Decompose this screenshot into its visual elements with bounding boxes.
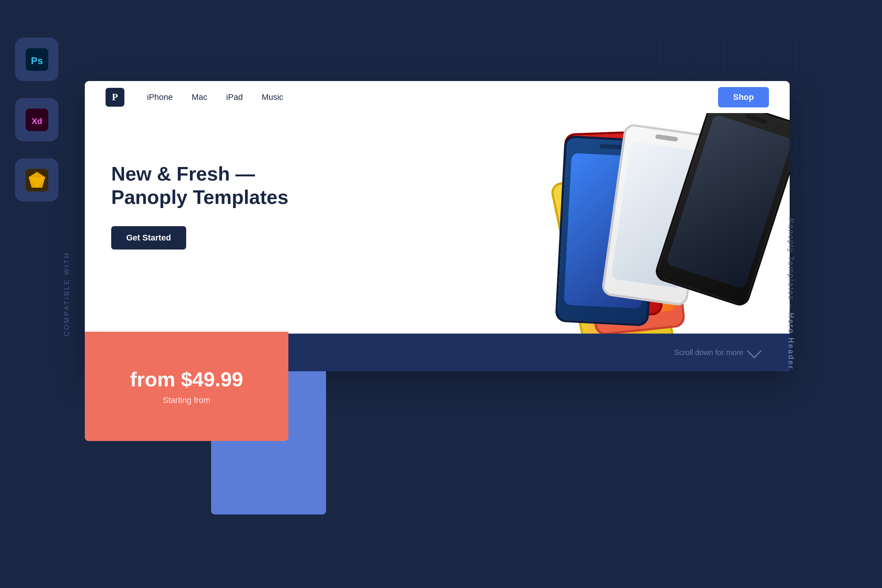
shop-button[interactable]: Shop (718, 87, 769, 107)
photoshop-icon[interactable]: Ps (15, 38, 58, 81)
compatible-label: COMPATIBLE WITH (63, 252, 71, 336)
logo-letter: P (112, 92, 118, 103)
phone-group (492, 90, 790, 371)
hero-text-block: New & Fresh — Panoply Templates Get Star… (111, 162, 288, 250)
scroll-down[interactable]: Scroll down for more (674, 348, 760, 357)
main-card: P iPhone Mac iPad Music Shop New & Fresh… (85, 81, 790, 371)
right-label-prefix: Panoply Templates – (787, 218, 795, 313)
nav-music[interactable]: Music (262, 92, 283, 102)
chevron-down-icon (747, 343, 762, 358)
nav-iphone[interactable]: iPhone (147, 92, 173, 102)
get-started-button[interactable]: Get Started (111, 226, 186, 250)
scroll-label: Scroll down for more (674, 348, 743, 357)
price-card: from $49.99 Starting from (85, 332, 288, 441)
nav-ipad[interactable]: iPad (226, 92, 243, 102)
logo[interactable]: P (106, 88, 124, 107)
svg-text:Ps: Ps (31, 55, 43, 66)
price-label: Starting from (163, 395, 210, 405)
notch-black (745, 113, 768, 124)
sketch-icon[interactable] (15, 158, 58, 202)
price-amount: from $49.99 (130, 368, 243, 391)
adobe-xd-icon[interactable]: Xd (15, 98, 58, 141)
notch-white (655, 134, 678, 142)
navbar: P iPhone Mac iPad Music Shop (85, 81, 790, 113)
svg-text:Xd: Xd (31, 116, 42, 126)
sidebar: Ps Xd COMPATIBLE WITH (0, 0, 74, 588)
notch-blue (599, 144, 622, 150)
right-side-label: Panoply Templates – Hero Header (787, 218, 795, 370)
phones-area (492, 90, 790, 371)
hero-title: New & Fresh — Panoply Templates (111, 162, 288, 209)
nav-mac[interactable]: Mac (192, 92, 208, 102)
nav-links: iPhone Mac iPad Music (147, 92, 718, 102)
right-label-suffix: Hero Header (787, 312, 795, 370)
